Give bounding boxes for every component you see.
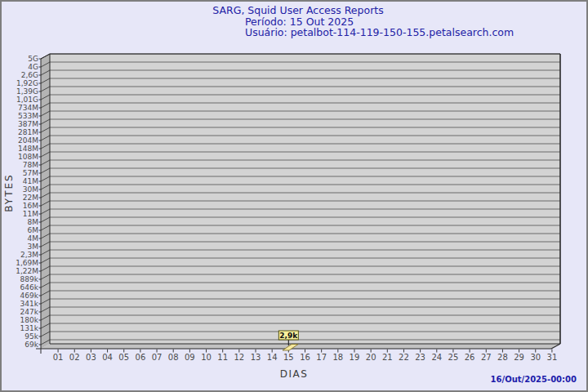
x-tick-label: 27 — [481, 353, 492, 362]
y-tick-label: 2,3M — [20, 251, 38, 259]
plot-area — [50, 54, 560, 344]
y-tick-label: 4G — [28, 63, 38, 71]
x-tick-label: 17 — [316, 353, 327, 362]
y-axis-title: BYTES — [3, 152, 15, 234]
x-tick-label: 10 — [201, 353, 212, 362]
x-tick-label: 21 — [382, 353, 393, 362]
y-tick-label: 1,69M — [16, 259, 38, 267]
y-tick-label: 57M — [23, 169, 38, 177]
x-tick-label: 22 — [399, 353, 409, 362]
x-tick-label: 16 — [300, 353, 310, 362]
y-tick-label: 11M — [23, 210, 38, 218]
x-tick-label: 15 — [283, 353, 294, 362]
x-tick-label: 07 — [152, 353, 163, 362]
y-tick-label: 41M — [23, 177, 38, 185]
x-tick-label: 14 — [267, 353, 278, 362]
generation-timestamp: 16/Out/2025-00:00 — [491, 375, 577, 384]
x-tick-label: 11 — [217, 353, 228, 362]
y-tick-label: 247k — [20, 308, 39, 316]
report-user: Usuário: petalbot-114-119-150-155.petals… — [245, 27, 514, 38]
y-tick-label: 131k — [20, 324, 39, 332]
x-tick-label: 23 — [415, 353, 425, 362]
x-tick-label: 25 — [448, 353, 459, 362]
y-tick-label: 30M — [23, 185, 38, 194]
y-tick-label: 5G — [28, 55, 38, 63]
x-tick-label: 13 — [251, 353, 261, 362]
bar-value-label: 2,9k — [279, 332, 298, 340]
y-tick-label: 95k — [24, 332, 38, 341]
x-tick-label: 28 — [497, 353, 508, 362]
y-tick-label: 1,01G — [16, 96, 38, 104]
x-tick-label: 09 — [185, 353, 195, 362]
x-tick-label: 31 — [547, 353, 558, 362]
x-tick-label: 03 — [86, 353, 96, 362]
x-tick-label: 26 — [465, 353, 475, 362]
floor-3d — [41, 344, 560, 349]
y-tick-label: 533M — [18, 112, 38, 120]
x-tick-label: 08 — [168, 353, 179, 362]
y-tick-label: 78M — [23, 161, 38, 169]
y-tick-label: 734M — [18, 104, 38, 112]
y-tick-label: 889k — [20, 275, 39, 283]
x-tick-label: 02 — [69, 353, 80, 362]
page-title: SARG, Squid User Access Reports — [2, 5, 586, 16]
y-tick-label: 469k — [20, 292, 39, 300]
y-tick-label: 22M — [23, 194, 38, 202]
y-tick-label: 2,6G — [21, 71, 38, 79]
y-tick-label: 1,39G — [16, 87, 38, 96]
x-tick-label: 05 — [118, 353, 129, 362]
y-tick-label: 108M — [18, 153, 38, 161]
x-tick-label: 20 — [366, 353, 376, 362]
y-tick-label: 69k — [24, 341, 38, 349]
y-tick-label: 341k — [20, 300, 39, 308]
y-tick-label: 3M — [28, 243, 39, 251]
y-tick-label: 204M — [18, 136, 38, 145]
y-tick-label: 6M — [28, 226, 39, 234]
x-tick-label: 24 — [431, 353, 442, 362]
x-tick-label: 30 — [530, 353, 541, 362]
sarg-report-page: 5G4G2,6G1,92G1,39G1,01G734M533M387M281M2… — [0, 0, 588, 392]
y-tick-label: 1,92G — [16, 79, 38, 87]
y-tick-label: 16M — [23, 202, 38, 210]
x-tick-label: 12 — [234, 353, 244, 362]
chart-svg: 5G4G2,6G1,92G1,39G1,01G734M533M387M281M2… — [2, 2, 588, 392]
y-tick-label: 180k — [20, 316, 39, 324]
y-tick-label: 1,22M — [16, 267, 38, 275]
y-tick-label: 281M — [18, 128, 38, 136]
y-tick-label: 4M — [28, 234, 39, 243]
y-tick-label: 8M — [28, 218, 39, 226]
x-tick-label: 06 — [136, 353, 146, 362]
y-tick-label: 387M — [18, 120, 38, 128]
x-tick-label: 04 — [102, 353, 113, 362]
x-tick-label: 01 — [53, 353, 64, 362]
y-tick-label: 148M — [18, 145, 38, 153]
x-tick-label: 29 — [514, 353, 524, 362]
y-tick-label: 646k — [20, 283, 39, 292]
x-tick-label: 18 — [332, 353, 343, 362]
x-tick-label: 19 — [350, 353, 360, 362]
